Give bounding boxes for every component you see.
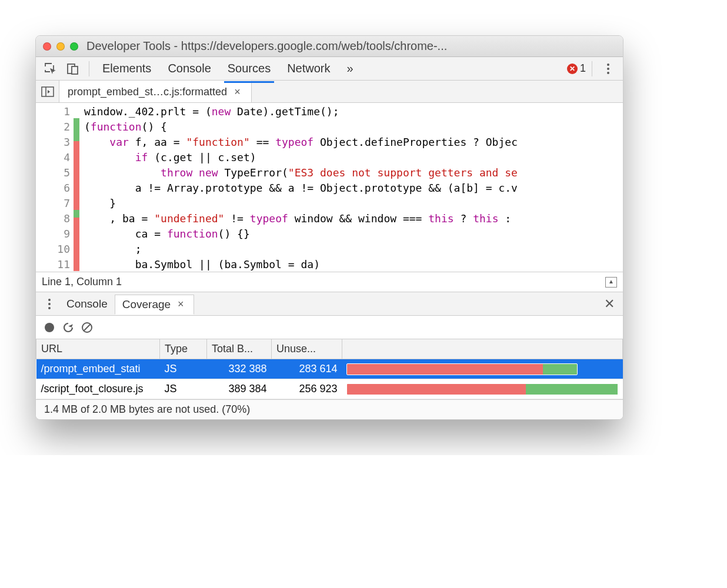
drawer-tab-label: Coverage [122, 298, 171, 311]
cursor-position: Line 1, Column 1 [42, 276, 122, 288]
inspect-element-icon[interactable] [41, 59, 61, 79]
svg-point-4 [607, 68, 609, 70]
col-url[interactable]: URL [36, 339, 160, 359]
svg-point-5 [607, 72, 609, 74]
cell-unused: 283 614 [272, 359, 342, 379]
device-toolbar-icon[interactable] [63, 59, 83, 79]
svg-point-9 [48, 303, 51, 305]
summary-text: 1.4 MB of 2.0 MB bytes are not used. (70… [44, 403, 250, 416]
tab-sources[interactable]: Sources [221, 58, 278, 79]
svg-line-13 [84, 324, 91, 331]
cell-url: /script_foot_closure.js [36, 379, 160, 399]
maximize-window-button[interactable] [70, 42, 78, 51]
titlebar: Developer Tools - https://developers.goo… [36, 36, 623, 57]
close-window-button[interactable] [43, 42, 51, 51]
coverage-header-row: URL Type Total B... Unuse... [36, 339, 623, 359]
main-toolbar: Elements Console Sources Network » ✕ 1 [36, 57, 623, 81]
drawer-tab-console[interactable]: Console [59, 295, 115, 313]
tab-elements[interactable]: Elements [95, 58, 158, 79]
close-drawer-icon[interactable]: ✕ [599, 294, 619, 314]
svg-point-3 [607, 64, 609, 66]
coverage-gutter [74, 103, 79, 272]
window-title: Developer Tools - https://developers.goo… [86, 39, 616, 53]
close-tab-icon[interactable]: × [232, 86, 243, 98]
cell-total: 332 388 [207, 359, 272, 379]
file-tab-active[interactable]: prompt_embed_st…c.js:formatted × [59, 81, 252, 102]
error-indicator[interactable]: ✕ 1 [567, 62, 586, 75]
tab-more[interactable]: » [340, 58, 361, 79]
drawer-menu-icon[interactable] [39, 294, 59, 314]
file-tabs: prompt_embed_st…c.js:formatted × [36, 81, 623, 103]
error-count: 1 [580, 62, 586, 75]
cell-total: 389 384 [207, 379, 272, 399]
kebab-menu-icon[interactable] [598, 59, 618, 79]
cell-bar [342, 379, 623, 399]
coverage-summary: 1.4 MB of 2.0 MB bytes are not used. (70… [36, 399, 623, 419]
col-bar[interactable] [342, 339, 623, 359]
cell-unused: 256 923 [272, 379, 342, 399]
devtools-window: Developer Tools - https://developers.goo… [35, 35, 623, 420]
cell-url: /prompt_embed_stati [36, 359, 160, 379]
svg-rect-2 [72, 66, 78, 74]
tab-network[interactable]: Network [280, 58, 337, 79]
cell-bar [342, 359, 623, 379]
window-controls [43, 42, 78, 51]
reload-icon[interactable] [62, 321, 75, 334]
file-tab-label: prompt_embed_st…c.js:formatted [68, 86, 227, 98]
col-unused[interactable]: Unuse... [272, 339, 342, 359]
coverage-row[interactable]: /script_foot_closure.jsJS389 384256 923 [36, 379, 623, 399]
cell-type: JS [160, 379, 207, 399]
drawer-tabs: Console Coverage × ✕ [36, 292, 623, 315]
cell-type: JS [160, 359, 207, 379]
coverage-toolbar [36, 315, 623, 339]
collapse-drawer-icon[interactable] [605, 277, 617, 288]
source-editor[interactable]: 1234567891011 window._402.prlt = (new Da… [36, 103, 623, 272]
error-icon: ✕ [567, 64, 578, 74]
record-icon[interactable] [43, 321, 56, 334]
line-number-gutter: 1234567891011 [36, 103, 74, 272]
svg-point-11 [45, 323, 54, 332]
minimize-window-button[interactable] [56, 42, 65, 51]
editor-status-bar: Line 1, Column 1 [36, 272, 623, 292]
coverage-table: URL Type Total B... Unuse... /prompt_emb… [36, 339, 623, 399]
col-total[interactable]: Total B... [207, 339, 272, 359]
clear-icon[interactable] [81, 321, 94, 334]
tab-console[interactable]: Console [161, 58, 218, 79]
svg-point-8 [48, 299, 51, 301]
navigator-toggle-icon[interactable] [36, 81, 59, 102]
coverage-row[interactable]: /prompt_embed_statiJS332 388283 614 [36, 359, 623, 379]
code-content[interactable]: window._402.prlt = (new Date).getTime();… [79, 103, 623, 272]
svg-point-10 [48, 307, 51, 309]
close-drawer-tab-icon[interactable]: × [175, 298, 186, 310]
col-type[interactable]: Type [160, 339, 207, 359]
drawer-tab-coverage[interactable]: Coverage × [115, 295, 194, 315]
